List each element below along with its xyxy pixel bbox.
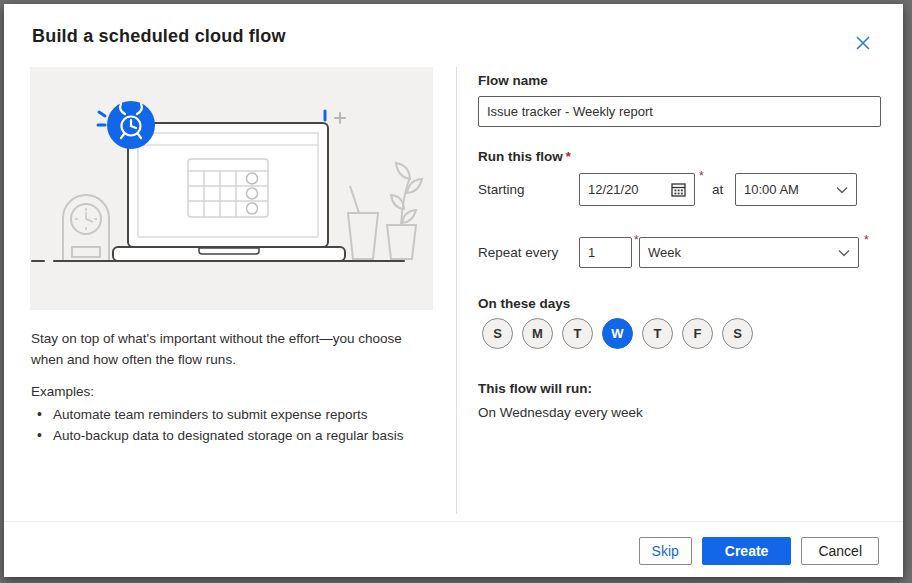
examples-heading: Examples:	[31, 381, 437, 402]
dialog-title: Build a scheduled cloud flow	[32, 26, 286, 47]
close-icon	[856, 36, 870, 50]
calendar-grid-icon	[188, 159, 268, 217]
day-button-monday[interactable]: M	[522, 318, 553, 349]
on-these-days-label: On these days	[478, 296, 570, 311]
required-asterisk: *	[566, 149, 571, 164]
required-asterisk: *	[864, 233, 869, 247]
create-button[interactable]: Create	[702, 537, 792, 565]
starting-label: Starting	[478, 182, 525, 197]
potted-plant-icon	[387, 163, 422, 259]
panel-divider	[456, 67, 457, 514]
at-label: at	[712, 182, 723, 197]
close-button[interactable]	[849, 29, 877, 57]
day-button-wednesday[interactable]: W	[602, 318, 633, 349]
day-button-thursday[interactable]: T	[642, 318, 673, 349]
run-summary-label: This flow will run:	[478, 381, 592, 396]
skip-button[interactable]: Skip	[639, 537, 692, 565]
footer-buttons: Skip Create Cancel	[639, 537, 879, 565]
chevron-down-icon	[836, 186, 848, 194]
footer-divider	[4, 521, 903, 522]
alarm-clock-icon	[107, 101, 155, 149]
repeat-every-label: Repeat every	[478, 245, 558, 260]
flow-name-label: Flow name	[478, 73, 548, 88]
day-picker: S M T W T F S	[482, 318, 753, 349]
flow-description: Stay on top of what's important without …	[31, 328, 437, 370]
scheduled-flow-dialog: Build a scheduled cloud flow	[4, 4, 903, 577]
run-this-flow-label: Run this flow*	[478, 149, 571, 164]
example-item: Auto-backup data to designated storage o…	[31, 425, 437, 446]
flow-name-input[interactable]	[478, 96, 881, 127]
day-button-friday[interactable]: F	[682, 318, 713, 349]
run-summary-text: On Wednesday every week	[478, 405, 643, 420]
repeat-interval-input[interactable]	[579, 237, 632, 268]
start-time-select[interactable]: 10:00 AM	[735, 173, 857, 206]
start-date-value: 12/21/20	[588, 182, 665, 197]
scheduled-flow-illustration	[30, 67, 433, 310]
example-item: Automate team reminders to submit expens…	[31, 404, 437, 425]
start-time-value: 10:00 AM	[744, 182, 830, 197]
required-asterisk: *	[699, 169, 704, 183]
required-asterisk: *	[634, 233, 639, 247]
chevron-down-icon	[838, 249, 850, 257]
repeat-frequency-select[interactable]: Week	[639, 237, 859, 268]
calendar-icon	[671, 182, 686, 197]
drink-cup-icon	[348, 186, 378, 259]
repeat-frequency-value: Week	[648, 245, 832, 260]
examples-block: Examples: Automate team reminders to sub…	[31, 381, 437, 446]
day-button-saturday[interactable]: S	[722, 318, 753, 349]
day-button-sunday[interactable]: S	[482, 318, 513, 349]
start-date-picker[interactable]: 12/21/20	[579, 173, 695, 206]
cancel-button[interactable]: Cancel	[801, 537, 879, 565]
day-button-tuesday[interactable]: T	[562, 318, 593, 349]
mantel-clock-icon	[63, 195, 109, 260]
examples-list: Automate team reminders to submit expens…	[31, 404, 437, 446]
